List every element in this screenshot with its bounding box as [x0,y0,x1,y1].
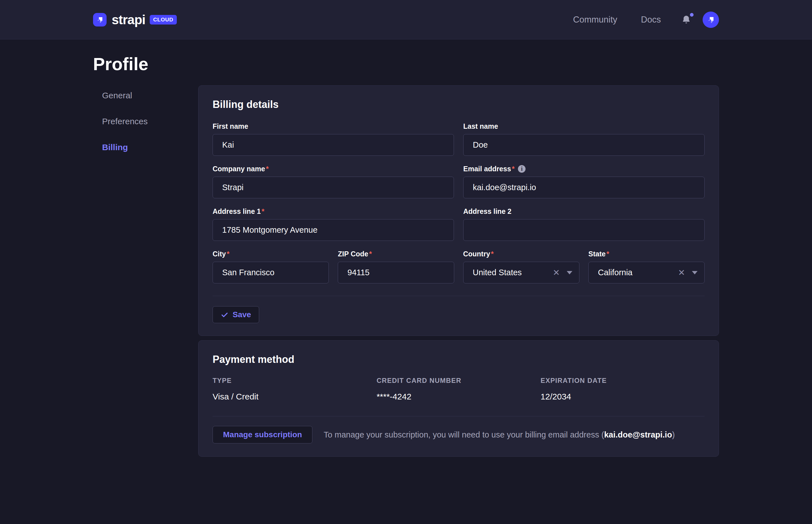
clear-icon[interactable]: ✕ [678,268,685,277]
field-state: State * California ✕ [588,250,704,283]
brand-wordmark: strapi [112,12,145,27]
cards-column: Billing details First name Last name [198,73,719,457]
strapi-logo-icon [93,13,107,27]
card-number-label: CREDIT CARD NUMBER [377,377,541,384]
field-last-name: Last name [463,122,704,156]
required-asterisk: * [266,165,269,173]
payment-type-label: TYPE [212,377,377,384]
bell-icon [681,14,691,26]
required-asterisk: * [227,250,229,258]
payment-card-number-column: CREDIT CARD NUMBER ****-4242 [377,377,541,402]
country-value: United States [473,268,553,277]
billing-email-note: To manage your subscription, you will ne… [324,430,675,440]
required-asterisk: * [606,250,609,258]
main-content: Profile General Preferences Billing Bill… [0,55,812,457]
expiration-date-value: 12/2034 [541,392,704,402]
company-name-input[interactable] [212,177,454,198]
sidebar-item-preferences[interactable]: Preferences [102,117,198,126]
info-icon[interactable]: i [518,165,526,173]
required-asterisk: * [491,250,494,258]
nav-link-docs[interactable]: Docs [641,15,661,25]
manage-subscription-label: Manage subscription [223,430,302,439]
field-first-name: First name [212,122,454,156]
payment-type-value: Visa / Credit [212,392,377,402]
payment-info-grid: TYPE Visa / Credit CREDIT CARD NUMBER **… [212,377,704,402]
state-label: State * [588,250,704,258]
address-line-1-label: Address line 1 * [212,207,454,215]
payment-expiration-column: EXPIRATION DATE 12/2034 [541,377,704,402]
last-name-input[interactable] [463,134,704,156]
sidebar-item-general[interactable]: General [102,91,198,100]
field-zip-code: ZIP Code * [338,250,454,283]
cloud-badge: CLOUD [150,15,177,24]
card-divider [212,416,704,416]
company-name-label: Company name * [212,165,454,173]
first-name-input[interactable] [212,134,454,156]
zip-code-input[interactable] [338,262,454,283]
first-name-label: First name [212,122,454,130]
brand[interactable]: strapi CLOUD [93,12,177,27]
expiration-date-label: EXPIRATION DATE [541,377,704,384]
clear-icon[interactable]: ✕ [553,268,560,277]
email-address-input[interactable] [463,177,704,198]
card-number-value: ****-4242 [377,392,541,402]
field-city: City * [212,250,329,283]
email-address-label: Email address * i [463,165,704,173]
required-asterisk: * [369,250,372,258]
chevron-down-icon[interactable] [692,271,698,274]
payment-method-card: Payment method TYPE Visa / Credit CREDIT… [198,340,719,457]
notifications-button[interactable] [681,14,691,26]
nav-link-community[interactable]: Community [573,15,618,25]
country-label: Country * [463,250,579,258]
user-avatar[interactable] [703,12,719,28]
manage-subscription-button[interactable]: Manage subscription [212,426,313,443]
field-email-address: Email address * i [463,165,704,198]
save-button-label: Save [233,310,251,319]
address-line-2-label: Address line 2 [463,207,704,215]
profile-sidebar: General Preferences Billing [93,73,198,168]
zip-code-label: ZIP Code * [338,250,454,258]
card-divider [212,296,704,296]
country-combobox[interactable]: United States ✕ [463,262,579,283]
billing-form: First name Last name Company name [212,122,704,283]
last-name-label: Last name [463,122,704,130]
state-value: California [598,268,678,277]
address-line-1-input[interactable] [212,219,454,241]
field-country: Country * United States ✕ [463,250,579,283]
strapi-mark-icon [706,15,716,25]
chevron-down-icon[interactable] [567,271,572,274]
field-address-line-1: Address line 1 * [212,207,454,241]
save-button[interactable]: Save [212,306,259,323]
check-icon [221,311,228,318]
billing-card-title: Billing details [212,99,704,111]
top-navbar: strapi CLOUD Community Docs [0,0,812,39]
billing-details-card: Billing details First name Last name [198,85,719,336]
required-asterisk: * [261,207,265,215]
field-company-name: Company name * [212,165,454,198]
payment-type-column: TYPE Visa / Credit [212,377,377,402]
payment-card-title: Payment method [212,354,704,365]
city-zip-country-state-row: City * ZIP Code * [212,250,704,283]
sidebar-item-billing[interactable]: Billing [102,143,198,152]
notification-dot [690,13,694,17]
navbar-right: Community Docs [573,12,719,28]
field-address-line-2: Address line 2 [463,207,704,241]
page-title: Profile [93,55,719,73]
state-combobox[interactable]: California ✕ [588,262,704,283]
city-input[interactable] [212,262,329,283]
city-label: City * [212,250,329,258]
address-line-2-input[interactable] [463,219,704,241]
required-asterisk: * [512,165,515,173]
payment-footer: Manage subscription To manage your subsc… [212,426,704,443]
billing-email-value: kai.doe@strapi.io [604,430,672,439]
